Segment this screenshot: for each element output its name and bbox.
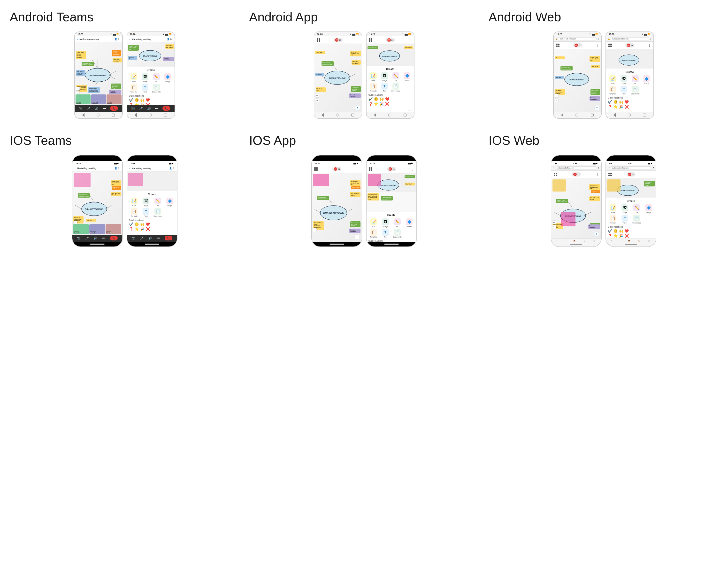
back-btn-1[interactable] [82, 113, 84, 117]
time-3: 10:28 [317, 33, 323, 35]
avatar-chip-3[interactable]: CC 21 [334, 38, 343, 42]
recents-btn-1[interactable] [112, 113, 115, 116]
more-icon-2[interactable]: ••• [155, 107, 158, 110]
docs-4[interactable]: 📄Documents [391, 83, 401, 92]
meeting-title-2: Marketing meeting [132, 38, 165, 41]
recents-3[interactable] [351, 113, 354, 116]
shape-4[interactable]: 🔷Shape [402, 72, 412, 81]
time-4: 10:28 [369, 33, 375, 35]
tools-5: ↩ ↪ [555, 94, 558, 102]
nav-icons-1[interactable]: 👤 ⚙ [114, 38, 120, 41]
avatar-chip-4[interactable]: CC 21 [386, 38, 395, 42]
status-bar-4: 10:28 ▼ ▄▄ 📶 [367, 32, 414, 36]
speaker-icon-1[interactable]: 🔊 [95, 107, 99, 110]
reaction-q-2[interactable]: ❓ [129, 103, 133, 105]
ink-4[interactable]: ✏️Ink [391, 72, 401, 81]
status-icons-1: ▼ ▄▄ 📶 [110, 33, 119, 35]
end-call-1[interactable]: 📞 [110, 106, 118, 111]
phones-row-ios-teams: 10:28 ▄▄ ▶ ‹ Marketing meeting 👤 ⚙ BRAIN… [10, 155, 239, 247]
url-5[interactable]: outlook-sdf.office.com [559, 37, 597, 41]
text-4[interactable]: TText [380, 83, 390, 92]
create-shape-2[interactable]: 🔷 Shape [163, 73, 173, 82]
shape-label-4: Shape [405, 80, 409, 81]
section-title-ios-web: IOS Web [489, 133, 718, 148]
app-topbar-4: CC 21 ⋮ [367, 36, 414, 44]
create-panel-2: Create 📝 Note 🖼 Image ✏️ [127, 67, 175, 105]
recents-btn-2[interactable] [164, 113, 167, 116]
note-4[interactable]: 📝Note [368, 72, 379, 81]
back-3[interactable] [321, 113, 324, 117]
quick-reactions-label-2: Quick reactions [129, 95, 173, 97]
back-btn-2[interactable] [134, 113, 137, 117]
end-call-2[interactable]: 📞 [162, 106, 170, 111]
back-arrow-1[interactable]: ‹ [77, 38, 78, 41]
recents-4[interactable] [404, 113, 407, 116]
back-arrow-2[interactable]: ‹ [130, 38, 130, 41]
more-3[interactable]: ⋮ [356, 38, 359, 42]
nav-icons-2[interactable]: 👤 ⚙ [167, 38, 172, 41]
create-ink-2[interactable]: ✏️ Ink [152, 73, 161, 82]
mic-icon-1[interactable]: 🎤 [87, 107, 90, 110]
sticky-app-research: Research competitors [349, 94, 361, 98]
create-note-2[interactable]: 📝 Note [129, 73, 139, 82]
time-2: 10:28 [130, 33, 136, 35]
reaction-clap-2[interactable]: 🙌 [140, 98, 144, 102]
cam-icon-2[interactable]: 📷 [131, 107, 135, 110]
android-web-phone-1: 10:28 ▼ ▄▄ 📶 🔒 outlook-sdf.office.com ⋮ [553, 31, 602, 119]
undo-btn-1[interactable]: ↩ [76, 87, 80, 90]
svg-text:BRAINSTORMING: BRAINSTORMING [329, 77, 345, 79]
home-btn-1[interactable] [97, 113, 100, 116]
grid-5[interactable] [556, 44, 560, 47]
create-docs-2[interactable]: 📄 Documents [152, 84, 161, 93]
more-icon-1[interactable]: ••• [103, 107, 106, 110]
create-ink-label-2: Ink [155, 81, 157, 82]
cam-icon-1[interactable]: 📷 [79, 107, 82, 110]
mic-icon-2[interactable]: 🎤 [139, 107, 143, 110]
nav-ic-7[interactable]: 👤 ⚙ [114, 167, 120, 169]
reaction-star-2[interactable]: ⭐ [135, 103, 139, 105]
participant-beth: Beth D [76, 95, 90, 104]
phones-row-android-teams: 10:28 ▼ ▄▄ 📶 ‹ Marketing meeting 👤 ⚙ BRA… [10, 31, 239, 119]
reaction-party-2[interactable]: 🎉 [140, 103, 144, 105]
create-text-2[interactable]: T Text [140, 84, 150, 93]
home-3[interactable] [336, 113, 339, 116]
reaction-heart-2[interactable]: ❤️ [146, 98, 150, 102]
sticky-prepare: Prepare a FAQ before launch date [82, 62, 94, 66]
create-template-2[interactable]: 📋 Template [129, 84, 139, 93]
speaker-icon-2[interactable]: 🔊 [147, 107, 151, 110]
fab-4[interactable]: + [407, 108, 412, 112]
sticky-app-clean: Clean plan [315, 51, 326, 54]
mini-sticky-4b: Who, What? [404, 46, 413, 49]
grid-icon-3[interactable] [317, 38, 320, 42]
reaction-check-2[interactable]: ✔️ [129, 98, 133, 102]
create-panel-4: Create 📝Note 🖼Image ✏️Ink 🔷Shape 📋Templa… [367, 65, 414, 112]
back-7[interactable]: ‹ [75, 167, 76, 170]
reaction-x-2[interactable]: ❌ [146, 103, 150, 105]
time-7: 10:28 [76, 162, 81, 164]
home-btn-2[interactable] [149, 113, 152, 116]
section-android-web: Android Web 10:28 ▼ ▄▄ 📶 🔒 outlook-sdf.o… [489, 10, 718, 119]
notch-7 [88, 156, 107, 161]
home-4[interactable] [388, 113, 391, 116]
docs-label-4: Documents [391, 90, 400, 92]
fab-3[interactable]: + [355, 105, 360, 110]
reaction-smile-2[interactable]: 😊 [135, 98, 139, 102]
grid-icon-4[interactable] [369, 38, 372, 42]
status-bar-2: 10:28 ▼ ▄▄ 📶 [127, 32, 175, 36]
svg-text:BRAINSTORMING: BRAINSTORMING [569, 79, 584, 81]
menu-5[interactable]: ⋮ [598, 38, 599, 40]
template-label-4: Template [370, 90, 377, 92]
fab-4-row: + [368, 107, 412, 112]
nav-bar-1: ‹ Marketing meeting 👤 ⚙ [75, 36, 122, 43]
redo-3[interactable]: ↪ [315, 98, 319, 102]
image-4[interactable]: 🖼Image [380, 72, 390, 81]
template-4[interactable]: 📋Template [368, 83, 379, 92]
av-chip-5[interactable]: CC 21 [573, 43, 582, 48]
undo-3[interactable]: ↩ [315, 94, 319, 98]
sticky-research: Research competitors [109, 89, 121, 94]
more-4[interactable]: ⋮ [409, 38, 412, 42]
sticky-app-do-we: Do we have a set launch date yet? [350, 51, 361, 56]
participants-7: Beth D Babak S Radi A [72, 224, 122, 235]
back-4[interactable] [374, 113, 376, 117]
create-image-2[interactable]: 🖼 Image [140, 73, 150, 82]
